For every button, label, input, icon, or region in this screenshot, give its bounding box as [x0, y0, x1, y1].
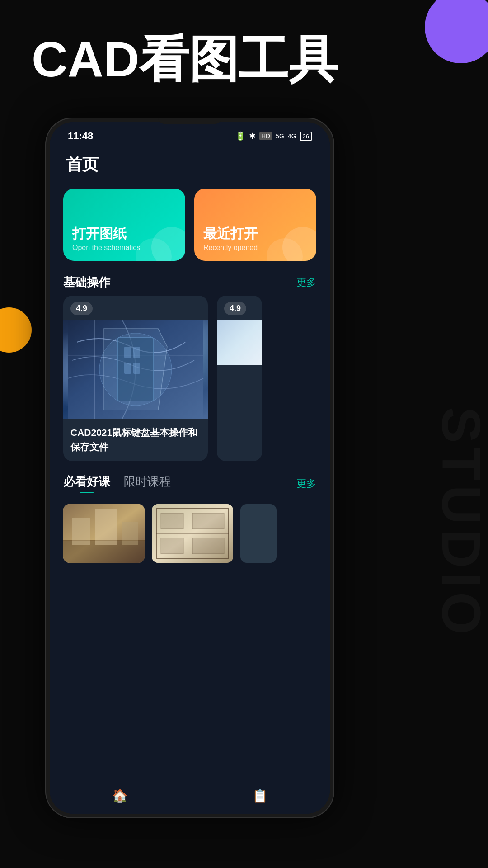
- open-btn-title: 打开图纸: [72, 226, 176, 242]
- phone-notch: [158, 118, 221, 124]
- course-card-2-partial[interactable]: 4.9: [217, 296, 262, 461]
- tab-limited-time[interactable]: 限时课程: [124, 474, 171, 493]
- status-icons: 🔋 ✱ HD 5G 4G 26: [235, 131, 312, 141]
- home-icon: 🏠: [112, 788, 128, 803]
- svg-rect-10: [95, 509, 117, 545]
- card-1-art: [63, 320, 208, 419]
- course-cards-row: 4.9: [50, 296, 330, 470]
- thumb-svg-1: [63, 504, 145, 563]
- card-1-header: 4.9: [63, 296, 208, 320]
- card-1-svg: [63, 320, 208, 419]
- bottom-nav: 🏠 📋: [50, 778, 330, 814]
- tabs-left: 必看好课 限时课程: [63, 474, 171, 493]
- svg-rect-17: [161, 513, 183, 529]
- basic-ops-more[interactable]: 更多: [296, 276, 316, 289]
- phone-mockup: 11:48 🔋 ✱ HD 5G 4G 26 首页: [45, 118, 334, 818]
- svg-rect-18: [192, 513, 224, 529]
- open-schematic-button[interactable]: 打开图纸 Open the schematics: [63, 189, 185, 261]
- status-time: 11:48: [68, 130, 93, 142]
- bg-circle-yellow: [0, 307, 32, 353]
- thumbnails-row: [50, 500, 330, 563]
- tab-active-underline: [80, 492, 94, 493]
- svg-rect-11: [122, 522, 138, 545]
- tabs-row: 必看好课 限时课程 更多: [63, 474, 316, 493]
- svg-rect-9: [72, 518, 90, 545]
- tab-must-see[interactable]: 必看好课: [63, 474, 110, 493]
- svg-rect-5: [124, 363, 131, 374]
- courses-icon: 📋: [252, 788, 268, 803]
- tabs-section: 必看好课 限时课程 更多: [50, 470, 330, 500]
- app-header: 首页: [50, 146, 330, 181]
- card-1-image: [63, 320, 208, 419]
- recent-open-button[interactable]: 最近打开 Recently opened: [194, 189, 316, 261]
- svg-rect-20: [192, 538, 224, 554]
- battery-icon: 🔋: [235, 131, 245, 141]
- card-1-rating: 4.9: [70, 302, 93, 315]
- thumb-img-1: [63, 504, 145, 563]
- thumb-card-1[interactable]: [63, 504, 145, 563]
- nav-home[interactable]: 🏠: [112, 788, 128, 803]
- thumb-card-3-partial[interactable]: [240, 504, 277, 563]
- svg-rect-4: [133, 347, 140, 358]
- svg-rect-6: [133, 363, 140, 374]
- thumb-svg-2: [152, 504, 233, 563]
- card-1-title: CAD2021鼠标键盘基本操作和保存文件: [63, 419, 208, 461]
- signal-5g: 5G: [276, 132, 284, 140]
- bluetooth-icon: ✱: [249, 131, 256, 141]
- bg-decoration-text: STUDIO: [430, 407, 488, 639]
- signal-4g: 4G: [288, 132, 296, 140]
- thumb-img-2: [152, 504, 233, 563]
- basic-ops-title: 基础操作: [63, 274, 110, 290]
- page-title: CAD看图工具: [32, 32, 338, 86]
- battery-level: 26: [300, 132, 312, 141]
- card-2-rating: 4.9: [224, 302, 246, 315]
- scroll-content: 打开图纸 Open the schematics 最近打开 Recently o…: [50, 181, 330, 814]
- open-btn-subtitle: Open the schematics: [72, 244, 176, 252]
- tabs-more[interactable]: 更多: [296, 477, 316, 491]
- card-2-header: 4.9: [217, 296, 262, 320]
- svg-rect-3: [124, 347, 131, 358]
- thumb-card-2[interactable]: [152, 504, 233, 563]
- course-card-1[interactable]: 4.9: [63, 296, 208, 461]
- bg-circle-purple: [425, 0, 488, 63]
- phone-screen: 11:48 🔋 ✱ HD 5G 4G 26 首页: [50, 122, 330, 814]
- basic-ops-section-header: 基础操作 更多: [50, 270, 330, 296]
- status-bar: 11:48 🔋 ✱ HD 5G 4G 26: [50, 122, 330, 146]
- app-header-title: 首页: [66, 155, 99, 174]
- nav-courses[interactable]: 📋: [252, 788, 268, 803]
- quick-actions-row: 打开图纸 Open the schematics 最近打开 Recently o…: [50, 181, 330, 270]
- svg-rect-19: [161, 538, 183, 554]
- card-2-image: [217, 320, 262, 365]
- hd-icon: HD: [259, 132, 272, 140]
- recent-btn-title: 最近打开: [203, 226, 307, 242]
- recent-btn-subtitle: Recently opened: [203, 244, 307, 252]
